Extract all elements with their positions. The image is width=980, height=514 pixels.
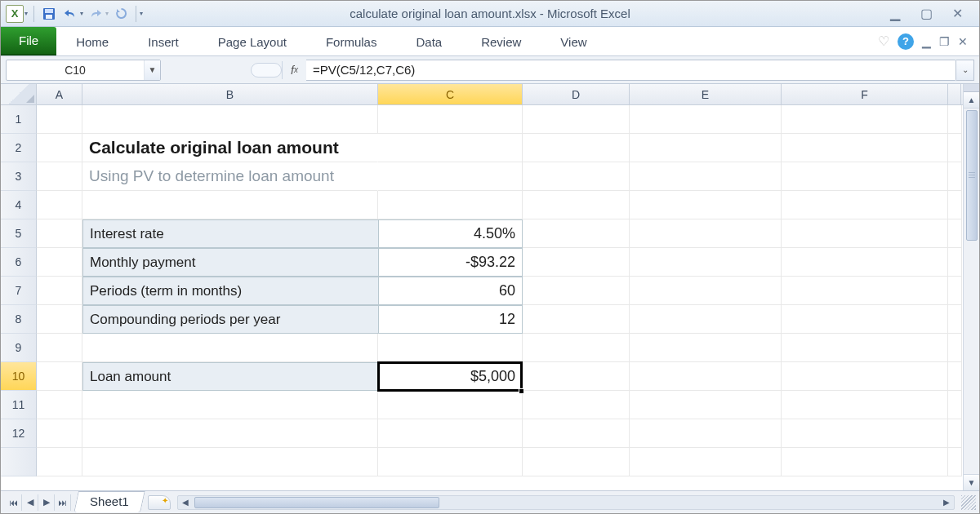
row-header-4[interactable]: 4	[1, 191, 37, 219]
cell-E12[interactable]	[630, 419, 782, 448]
undo-dropdown-icon[interactable]: ▾	[80, 10, 83, 17]
cell-F7[interactable]	[782, 277, 948, 305]
qat-customize-icon[interactable]: ▾	[140, 10, 143, 17]
sheet-nav-last-icon[interactable]: ⏭	[55, 494, 71, 511]
cell-C8[interactable]: 12	[378, 305, 523, 334]
cell-F3[interactable]	[782, 162, 948, 191]
split-handle-icon[interactable]	[964, 84, 979, 92]
cell-G8[interactable]	[948, 305, 962, 334]
scroll-up-icon[interactable]: ▲	[964, 92, 979, 109]
vscroll-thumb[interactable]	[966, 110, 978, 241]
cell-F10[interactable]	[782, 362, 948, 391]
cell-C11[interactable]	[378, 391, 523, 419]
cell-C12[interactable]	[378, 419, 523, 448]
cell-D11[interactable]	[523, 391, 630, 419]
refresh-icon[interactable]	[112, 5, 130, 23]
cell-A4[interactable]	[37, 191, 82, 219]
cell-A8[interactable]	[37, 305, 82, 334]
row-header-9[interactable]: 9	[1, 334, 37, 362]
cell-C4[interactable]	[378, 191, 523, 219]
row-header-8[interactable]: 8	[1, 305, 37, 334]
cell-B7[interactable]: Periods (term in months)	[82, 277, 378, 305]
col-header-E[interactable]: E	[630, 84, 782, 104]
cell-E1[interactable]	[630, 105, 782, 134]
maximize-icon[interactable]: ▢	[919, 6, 933, 21]
worksheet-grid[interactable]: A B C D E F 1 2 Calculate original loan …	[1, 84, 963, 490]
row-header-2[interactable]: 2	[1, 134, 37, 162]
cell-D5[interactable]	[523, 219, 630, 248]
sheet-nav-next-icon[interactable]: ▶	[38, 494, 55, 511]
cell-C2[interactable]	[378, 134, 523, 162]
cell-B10[interactable]: Loan amount	[82, 362, 378, 391]
cell-F11[interactable]	[782, 391, 948, 419]
cell-E8[interactable]	[630, 305, 782, 334]
col-header-D[interactable]: D	[523, 84, 630, 104]
cell-E9[interactable]	[630, 334, 782, 362]
cell-D6[interactable]	[523, 248, 630, 277]
cell-F1[interactable]	[782, 105, 948, 134]
fx-icon[interactable]: fx	[282, 61, 306, 79]
row-header-6[interactable]: 6	[1, 248, 37, 277]
cell-B11[interactable]	[82, 391, 378, 419]
cell-E2[interactable]	[630, 134, 782, 162]
cell-F8[interactable]	[782, 305, 948, 334]
row-header-3[interactable]: 3	[1, 162, 37, 191]
cell-C3[interactable]	[378, 162, 523, 191]
formula-expand-icon[interactable]: ⌄	[956, 60, 974, 81]
vertical-scrollbar[interactable]: ▲ ▼	[963, 84, 979, 490]
row-header-7[interactable]: 7	[1, 277, 37, 305]
cell-G1[interactable]	[948, 105, 962, 134]
cell-B2[interactable]: Calculate original loan amount	[82, 134, 378, 162]
row-header-5[interactable]: 5	[1, 219, 37, 248]
sheet-tab-sheet1[interactable]: Sheet1	[74, 491, 145, 512]
cell-F6[interactable]	[782, 248, 948, 277]
cell-D9[interactable]	[523, 334, 630, 362]
cell-C9[interactable]	[378, 334, 523, 362]
row-header-12[interactable]: 12	[1, 419, 37, 448]
cell-B8[interactable]: Compounding periods per year	[82, 305, 378, 334]
row-header-1[interactable]: 1	[1, 105, 37, 134]
cell-G6[interactable]	[948, 248, 962, 277]
tab-data[interactable]: Data	[396, 27, 461, 55]
row-header-10[interactable]: 10	[1, 362, 37, 391]
cell-A3[interactable]	[37, 162, 82, 191]
tab-insert[interactable]: Insert	[128, 27, 198, 55]
cell-G2[interactable]	[948, 134, 962, 162]
tab-home[interactable]: Home	[56, 27, 128, 55]
cell-A5[interactable]	[37, 219, 82, 248]
cell-G7[interactable]	[948, 277, 962, 305]
cell-B5[interactable]: Interest rate	[82, 219, 378, 248]
sheet-nav-prev-icon[interactable]: ◀	[22, 494, 38, 511]
cell-B1[interactable]	[82, 105, 378, 134]
row-header-11[interactable]: 11	[1, 391, 37, 419]
file-tab[interactable]: File	[1, 27, 56, 55]
cell-E6[interactable]	[630, 248, 782, 277]
cell-D4[interactable]	[523, 191, 630, 219]
cell-A11[interactable]	[37, 391, 82, 419]
cell-A1[interactable]	[37, 105, 82, 134]
name-box[interactable]: C10 ▼	[6, 60, 161, 81]
cell-E4[interactable]	[630, 191, 782, 219]
cell-G3[interactable]	[948, 162, 962, 191]
cell-G11[interactable]	[948, 391, 962, 419]
cell-B6[interactable]: Monthly payment	[82, 248, 378, 277]
hscroll-thumb[interactable]	[194, 497, 439, 508]
fill-handle[interactable]	[519, 388, 524, 394]
cell-F2[interactable]	[782, 134, 948, 162]
redo-dropdown-icon[interactable]: ▾	[105, 10, 109, 17]
ribbon-minimize-icon[interactable]: ▁	[922, 35, 931, 48]
help-icon[interactable]: ?	[898, 33, 914, 50]
name-box-dropdown-icon[interactable]: ▼	[144, 60, 160, 80]
cell-B12[interactable]	[82, 419, 378, 448]
cell-E3[interactable]	[630, 162, 782, 191]
cell-D2[interactable]	[523, 134, 630, 162]
cell-E7[interactable]	[630, 277, 782, 305]
undo-icon[interactable]	[61, 5, 79, 23]
cell-F9[interactable]	[782, 334, 948, 362]
minimize-icon[interactable]: ▁	[888, 6, 902, 21]
select-all-corner[interactable]	[1, 84, 37, 104]
cell-B3[interactable]: Using PV to determine loan amount	[82, 162, 378, 191]
app-menu-arrow-icon[interactable]: ▾	[24, 10, 28, 17]
cell-E10[interactable]	[630, 362, 782, 391]
new-sheet-icon[interactable]	[148, 495, 171, 510]
